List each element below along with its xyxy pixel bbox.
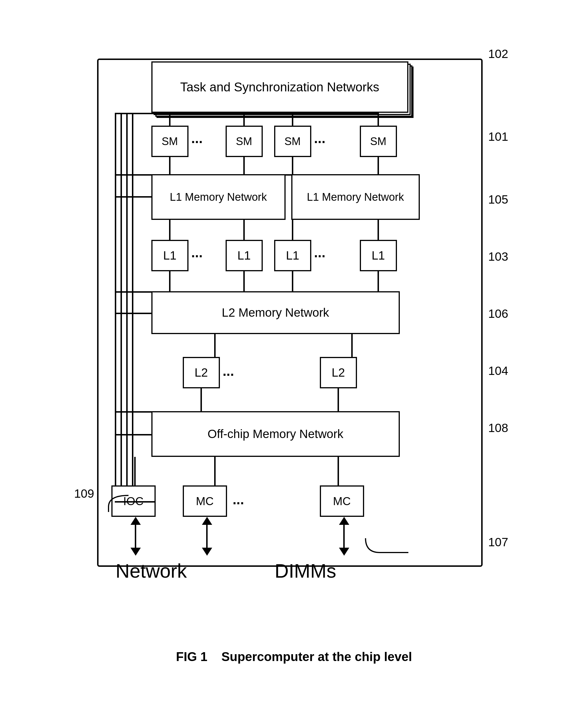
ref-104: 104: [488, 364, 508, 378]
l1-2-block: L1: [225, 240, 263, 271]
page: 102 101 105 103 106 104 108 109 107 Task…: [0, 0, 588, 711]
dots-l1-left: ···: [191, 249, 203, 264]
vline-tasknet-sm3: [292, 113, 293, 126]
vline-sm3-l1net: [292, 157, 293, 174]
bus-line-2: [121, 113, 122, 507]
dimms-label: DIMMs: [234, 560, 377, 582]
l1-4-block: L1: [360, 240, 397, 271]
vline-tasknet-sm4: [377, 113, 379, 126]
network-label: Network: [94, 560, 209, 582]
vline-sm2-l1net: [243, 157, 245, 174]
sm3-block: SM: [274, 126, 311, 157]
fig-caption: FIG 1 Supercomputer at the chip level: [176, 650, 412, 664]
vline-l1-l2net-2: [243, 271, 245, 291]
diagram-container: 102 101 105 103 106 104 108 109 107 Task…: [51, 41, 537, 670]
vline-l2net-l2-1: [214, 334, 216, 357]
ref-101: 101: [488, 130, 508, 144]
hline-bus-l1net-left: [115, 174, 152, 176]
task-net-block: Task and Synchronization Networks: [151, 61, 408, 113]
hline-bus-l2net: [115, 291, 152, 293]
l1-mem-net-right: L1 Memory Network: [291, 174, 420, 220]
vline-tasknet-sm2: [243, 113, 245, 126]
dots-sm-right: ···: [314, 134, 326, 150]
bus-line-3: [126, 113, 128, 507]
sm1-block: SM: [151, 126, 189, 157]
mc1-block: MC: [183, 486, 227, 517]
ref-105: 105: [488, 193, 508, 207]
vline-l1-l2net-4: [377, 271, 379, 291]
bus-line-1: [115, 113, 116, 507]
arrow-mc2: [339, 517, 349, 556]
dots-l2: ···: [223, 367, 234, 383]
vline-l2-offchip-2: [337, 388, 339, 411]
ref-103: 103: [488, 250, 508, 263]
vline-offchip-mc2: [337, 457, 339, 486]
bus-line-4: [132, 113, 133, 507]
l2-1-block: L2: [183, 357, 220, 388]
vline-sm4-l1net: [377, 157, 379, 174]
vline-l1-l2net-1: [169, 271, 171, 291]
dots-l1-right: ···: [314, 249, 326, 264]
fig-label: FIG 1: [176, 650, 207, 664]
vline-l1net-l1right2: [377, 220, 379, 240]
vline-offchip-ioc: [134, 457, 136, 486]
arrow-ioc: [131, 517, 141, 556]
mc2-block: MC: [320, 486, 364, 517]
vline-tasknet-sm1: [169, 113, 171, 126]
hline-bus-offchip: [115, 411, 152, 413]
arrow-mc1: [202, 517, 212, 556]
fig-description: Supercomputer at the chip level: [221, 650, 412, 664]
bracket-109: [80, 478, 131, 513]
vline-l2-offchip-1: [200, 388, 202, 411]
ref-107: 107: [488, 535, 508, 549]
hline-bus-offchip2: [115, 434, 152, 435]
hline-sm-top: [169, 113, 379, 114]
vline-l2net-l2-2: [351, 334, 353, 357]
hline-task-sm: [115, 113, 170, 114]
bracket-107: [363, 481, 414, 555]
ref-106: 106: [488, 307, 508, 321]
dots-mc: ···: [233, 495, 244, 511]
l2-mem-net-block: L2 Memory Network: [151, 291, 400, 334]
l1-mem-net-left: L1 Memory Network: [151, 174, 286, 220]
dots-sm-left: ···: [191, 134, 203, 150]
l1net-divider: [286, 174, 292, 176]
l2-2-block: L2: [320, 357, 357, 388]
offchip-mem-net-block: Off-chip Memory Network: [151, 411, 400, 457]
sm2-block: SM: [225, 126, 263, 157]
sm4-block: SM: [360, 126, 397, 157]
hline-bus-l2net2: [115, 313, 152, 314]
vline-l1net-l1right: [292, 220, 293, 240]
vline-l1net-l1left2: [243, 220, 245, 240]
vline-l1net-l1left: [169, 220, 171, 240]
l1-1-block: L1: [151, 240, 189, 271]
l1-3-block: L1: [274, 240, 311, 271]
vline-l1-l2net-3: [292, 271, 293, 291]
vline-sm1-l1net: [169, 157, 171, 174]
ref-102: 102: [488, 47, 508, 61]
vline-offchip-mc1: [214, 457, 216, 486]
hline-bus-l1net-left2: [115, 196, 152, 198]
ref-108: 108: [488, 421, 508, 435]
